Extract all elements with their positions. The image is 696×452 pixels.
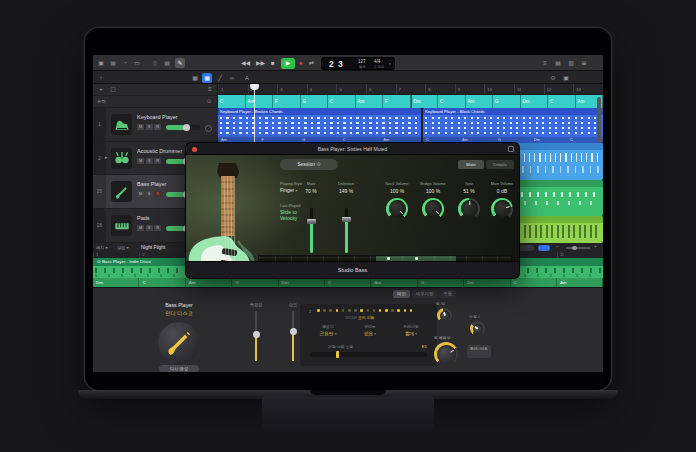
browser-icon[interactable]: ▤: [553, 58, 563, 68]
editor-tab-수동[interactable]: 수동: [439, 290, 456, 298]
chord-cell[interactable]: F: [383, 95, 411, 108]
play-button[interactable]: ▶: [281, 58, 295, 69]
pattern-dot[interactable]: [336, 309, 339, 312]
plugin-title-bar[interactable]: Bass Player: Sixties Half Muted: [186, 143, 519, 155]
bar-ruler[interactable]: 12345678910111213: [218, 84, 603, 95]
chord-cell[interactable]: Dm: [411, 95, 439, 108]
mixer-icon[interactable]: ▤: [108, 58, 118, 68]
chord-cell[interactable]: C: [218, 95, 246, 108]
track-s-button[interactable]: S: [146, 124, 153, 130]
pattern-dot[interactable]: [397, 309, 400, 312]
record-button[interactable]: ●: [299, 57, 303, 69]
vertical-scrollbar[interactable]: [597, 97, 601, 143]
list-icon[interactable]: ≡: [540, 58, 550, 68]
automation-icon[interactable]: A: [242, 73, 252, 83]
humanize-button[interactable]: 휴머나이즈: [467, 345, 491, 358]
session-preset-menu[interactable]: Session ⚙: [280, 159, 338, 170]
track-zoom-slider[interactable]: [566, 247, 590, 249]
chord-cell[interactable]: C: [438, 95, 466, 108]
region-keyboard-broken-chords[interactable]: Keyboard Player - Broken Chords AmFGCAm: [218, 108, 421, 143]
chord-cell[interactable]: F: [273, 95, 301, 108]
track-zoom-thumb[interactable]: [572, 246, 577, 251]
plugin-tab-main[interactable]: Main: [458, 160, 484, 169]
pattern-dot[interactable]: [385, 309, 388, 312]
forward-button[interactable]: ▶▶: [256, 57, 265, 69]
grid-view-icon[interactable]: ▦: [190, 73, 200, 83]
up-arrow-icon[interactable]: ↑: [96, 73, 106, 83]
knob[interactable]: [458, 198, 480, 220]
knob[interactable]: [386, 198, 408, 220]
track-volume-slider[interactable]: [166, 125, 200, 130]
pattern-dot[interactable]: [360, 309, 363, 312]
plugin-knob-main-volume[interactable]: Main Volume0 dB: [487, 181, 517, 220]
editor-tab-세부사항[interactable]: 세부사항: [412, 290, 438, 298]
rewind-button[interactable]: ◀◀: [241, 57, 250, 69]
slider-thumb[interactable]: [253, 331, 260, 338]
chord-cell[interactable]: Am: [466, 95, 494, 108]
pattern-dot[interactable]: [391, 309, 394, 312]
pattern-dot[interactable]: [373, 309, 376, 312]
editor-slider-1[interactable]: 복잡성: [243, 302, 269, 307]
bin-icon[interactable]: ▯: [150, 58, 160, 68]
track-r-button[interactable]: R: [154, 225, 161, 231]
chord-cell[interactable]: C: [548, 95, 576, 108]
gear-icon[interactable]: ⚙: [316, 161, 320, 167]
settings-menu[interactable]: 설정 ▾: [117, 245, 129, 250]
pattern-dot[interactable]: [329, 309, 332, 312]
lcd-chevron-icon[interactable]: ▾: [389, 62, 391, 66]
pattern-dot[interactable]: [317, 309, 320, 312]
plugin-tab-details[interactable]: Details: [486, 160, 514, 169]
midi-in-button[interactable]: [538, 245, 550, 251]
track-r-button[interactable]: R: [154, 191, 161, 197]
waveform-zoom-menu[interactable]: [518, 245, 534, 251]
dropdown-value[interactable]: 짧게 ▾: [388, 331, 434, 336]
editor-knob-1[interactable]: [437, 308, 452, 323]
plugin-knob-neck-volume[interactable]: Neck Volume100 %: [382, 181, 412, 220]
link-icon[interactable]: [508, 146, 514, 152]
pattern-dot[interactable]: [367, 309, 370, 312]
track-s-button[interactable]: S: [146, 191, 153, 197]
knob[interactable]: [422, 198, 444, 220]
pattern-dot[interactable]: [323, 309, 326, 312]
track-s-button[interactable]: S: [146, 158, 153, 164]
track-pan-knob[interactable]: [205, 125, 212, 132]
chord-cell[interactable]: G: [493, 95, 521, 108]
settings-icon[interactable]: ⊞: [579, 58, 589, 68]
plugin-knob-tone[interactable]: Tone51 %: [454, 181, 484, 220]
zoom-preset-icon[interactable]: ▣: [561, 73, 571, 83]
editors-icon[interactable]: ▭: [132, 58, 142, 68]
zoom-out-icon[interactable]: −: [556, 243, 559, 249]
editor-knob-2[interactable]: [470, 321, 485, 336]
pattern-dot[interactable]: [342, 309, 345, 312]
chord-cell[interactable]: C: [328, 95, 356, 108]
track-r-button[interactable]: R: [154, 124, 161, 130]
dropdown-2[interactable]: 옥타브없음 ▾: [352, 324, 388, 336]
chord-cell[interactable]: Am: [246, 95, 274, 108]
patch-name[interactable]: Night Flight: [141, 245, 165, 250]
new-folder-icon[interactable]: ▢: [108, 85, 118, 94]
bass-player-plugin-window[interactable]: Bass Player: Sixties Half Muted: [186, 143, 519, 278]
list-editors-icon[interactable]: ▤: [162, 58, 172, 68]
chord-cell[interactable]: Dm: [521, 95, 549, 108]
editor-tab-메인[interactable]: 메인: [393, 290, 410, 298]
dropdown-value[interactable]: 근음만 ▾: [306, 331, 350, 336]
plugin-knob-bridge-volume[interactable]: Bridge Volume100 %: [418, 181, 448, 220]
zoom-in-icon[interactable]: +: [594, 243, 597, 249]
chord-track[interactable]: CAmFGCAmFDmCAmGDmCAm: [218, 95, 603, 108]
track-r-button[interactable]: R: [154, 158, 161, 164]
pattern-dot[interactable]: [410, 309, 413, 312]
track-m-button[interactable]: M: [137, 191, 144, 197]
editor-style-name[interactable]: 인디 디스코: [141, 310, 217, 317]
pattern-dot[interactable]: [348, 309, 351, 312]
stop-button[interactable]: ■: [271, 57, 275, 69]
pattern-dot[interactable]: [354, 309, 357, 312]
lowest-note-slider[interactable]: [310, 352, 427, 357]
editor-knob-3[interactable]: [434, 342, 458, 366]
chord-cell[interactable]: G: [301, 95, 329, 108]
draw-tool-icon[interactable]: ╱: [215, 73, 225, 83]
dropdown-3[interactable]: 프레이징짧게 ▾: [388, 324, 434, 336]
slider-thumb[interactable]: [290, 328, 297, 335]
track-m-button[interactable]: M: [137, 225, 144, 231]
lowest-note-thumb[interactable]: [336, 351, 339, 358]
pattern-dots[interactable]: [317, 309, 412, 312]
